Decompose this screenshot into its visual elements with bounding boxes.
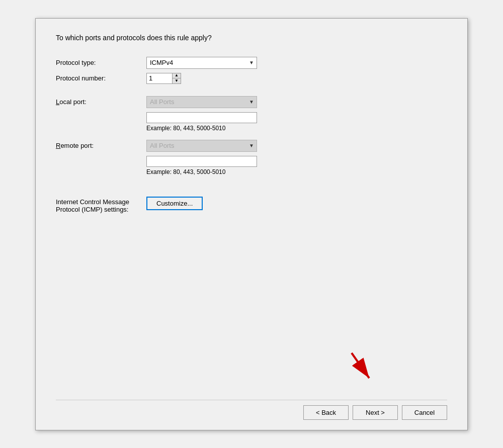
gap1 xyxy=(56,88,447,96)
spinner-up-button[interactable]: ▲ xyxy=(173,73,181,78)
back-button[interactable]: < Back xyxy=(303,405,349,420)
remote-port-label: Remote port: xyxy=(56,142,146,149)
protocol-type-select[interactable]: ICMPv4 Any Custom GRE ICMPv6 IPv4 IPv6 T… xyxy=(146,57,257,69)
local-port-example: Example: 80, 443, 5000-5010 xyxy=(146,125,447,132)
remote-port-input[interactable] xyxy=(146,156,257,167)
local-port-control: All Ports ▼ xyxy=(146,96,447,108)
protocol-type-control: ICMPv4 Any Custom GRE ICMPv6 IPv4 IPv6 T… xyxy=(146,57,447,69)
local-port-input[interactable] xyxy=(146,112,257,123)
remote-port-input-row: Example: 80, 443, 5000-5010 xyxy=(56,156,447,180)
protocol-number-spinner[interactable]: ▲ ▼ xyxy=(146,73,181,84)
local-port-label: Local port: xyxy=(56,98,146,106)
customize-button[interactable]: Customize... xyxy=(146,197,203,210)
protocol-type-label: Protocol type: xyxy=(56,59,146,66)
remote-port-row: Remote port: All Ports ▼ xyxy=(56,140,447,152)
icmp-control: Customize... xyxy=(146,197,203,210)
form-area: Protocol type: ICMPv4 Any Custom GRE ICM… xyxy=(56,57,447,395)
local-port-row: Local port: All Ports ▼ xyxy=(56,96,447,108)
protocol-type-row: Protocol type: ICMPv4 Any Custom GRE ICM… xyxy=(56,57,447,69)
button-bar: < Back Next > Cancel xyxy=(56,400,447,420)
spinner-buttons: ▲ ▼ xyxy=(172,73,181,83)
icmp-row: Internet Control Message Protocol (ICMP)… xyxy=(56,197,447,213)
remote-port-select-wrapper[interactable]: All Ports ▼ xyxy=(146,140,257,152)
protocol-type-select-wrapper[interactable]: ICMPv4 Any Custom GRE ICMPv6 IPv4 IPv6 T… xyxy=(146,57,257,69)
protocol-number-label: Protocol number: xyxy=(56,74,146,82)
main-dialog: To which ports and protocols does this r… xyxy=(35,18,468,430)
cancel-button[interactable]: Cancel xyxy=(402,405,447,420)
local-port-select[interactable]: All Ports xyxy=(146,96,257,108)
local-port-input-row: Example: 80, 443, 5000-5010 xyxy=(56,112,447,136)
spinner-down-button[interactable]: ▼ xyxy=(173,78,181,83)
spacer xyxy=(56,218,447,395)
icmp-label: Internet Control Message Protocol (ICMP)… xyxy=(56,197,146,213)
protocol-number-control: ▲ ▼ xyxy=(146,73,447,84)
remote-port-text-area: Example: 80, 443, 5000-5010 xyxy=(146,156,447,180)
remote-port-example: Example: 80, 443, 5000-5010 xyxy=(146,168,447,175)
remote-port-control: All Ports ▼ xyxy=(146,140,447,152)
gap2 xyxy=(56,184,447,192)
local-port-select-wrapper[interactable]: All Ports ▼ xyxy=(146,96,257,108)
local-port-text-area: Example: 80, 443, 5000-5010 xyxy=(146,112,447,136)
protocol-number-row: Protocol number: ▲ ▼ xyxy=(56,73,447,84)
protocol-number-input[interactable] xyxy=(147,73,172,83)
question-text: To which ports and protocols does this r… xyxy=(56,34,447,42)
remote-port-select[interactable]: All Ports xyxy=(146,140,257,152)
next-button[interactable]: Next > xyxy=(353,405,398,420)
